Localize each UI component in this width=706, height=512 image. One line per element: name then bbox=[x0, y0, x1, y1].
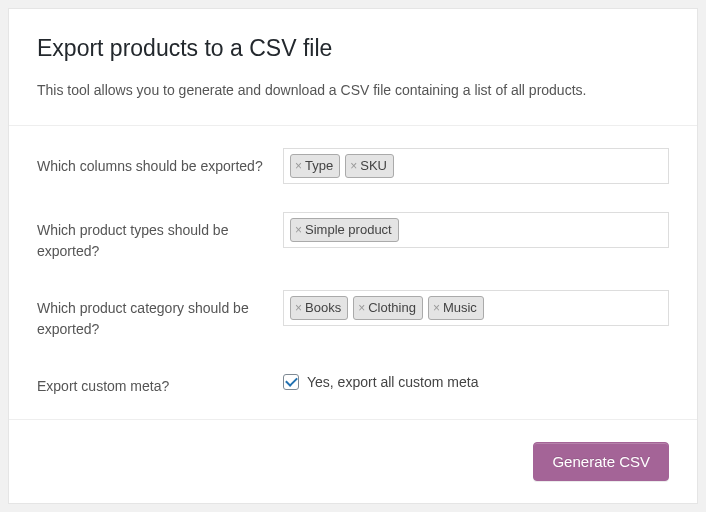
close-icon[interactable]: × bbox=[350, 160, 357, 172]
close-icon[interactable]: × bbox=[295, 224, 302, 236]
close-icon[interactable]: × bbox=[358, 302, 365, 314]
categories-input[interactable]: × Books × Clothing × Music bbox=[283, 290, 669, 326]
close-icon[interactable]: × bbox=[295, 302, 302, 314]
tag-label: Music bbox=[443, 299, 477, 317]
page-description: This tool allows you to generate and dow… bbox=[37, 80, 669, 101]
row-types: Which product types should be exported? … bbox=[9, 198, 697, 276]
types-input[interactable]: × Simple product bbox=[283, 212, 669, 248]
panel-footer: Generate CSV bbox=[9, 420, 697, 503]
row-columns: Which columns should be exported? × Type… bbox=[9, 134, 697, 198]
panel-body: Which columns should be exported? × Type… bbox=[9, 125, 697, 420]
label-categories: Which product category should be exporte… bbox=[37, 290, 283, 340]
label-columns: Which columns should be exported? bbox=[37, 148, 283, 177]
label-types: Which product types should be exported? bbox=[37, 212, 283, 262]
row-categories: Which product category should be exporte… bbox=[9, 276, 697, 354]
close-icon[interactable]: × bbox=[295, 160, 302, 172]
tag-label: Clothing bbox=[368, 299, 416, 317]
tag-label: Books bbox=[305, 299, 341, 317]
panel-header: Export products to a CSV file This tool … bbox=[9, 9, 697, 125]
tag-simple-product[interactable]: × Simple product bbox=[290, 218, 399, 242]
tag-music[interactable]: × Music bbox=[428, 296, 484, 320]
tag-label: Simple product bbox=[305, 221, 392, 239]
label-meta: Export custom meta? bbox=[37, 368, 283, 397]
export-panel: Export products to a CSV file This tool … bbox=[8, 8, 698, 504]
tag-label: Type bbox=[305, 157, 333, 175]
tag-books[interactable]: × Books bbox=[290, 296, 348, 320]
generate-csv-button[interactable]: Generate CSV bbox=[533, 442, 669, 481]
row-meta: Export custom meta? Yes, export all cust… bbox=[9, 354, 697, 411]
close-icon[interactable]: × bbox=[433, 302, 440, 314]
page-title: Export products to a CSV file bbox=[37, 35, 669, 62]
meta-checkbox-label[interactable]: Yes, export all custom meta bbox=[307, 374, 478, 390]
tag-sku[interactable]: × SKU bbox=[345, 154, 394, 178]
tag-type[interactable]: × Type bbox=[290, 154, 340, 178]
tag-clothing[interactable]: × Clothing bbox=[353, 296, 423, 320]
tag-label: SKU bbox=[360, 157, 387, 175]
meta-checkbox[interactable] bbox=[283, 374, 299, 390]
columns-input[interactable]: × Type × SKU bbox=[283, 148, 669, 184]
